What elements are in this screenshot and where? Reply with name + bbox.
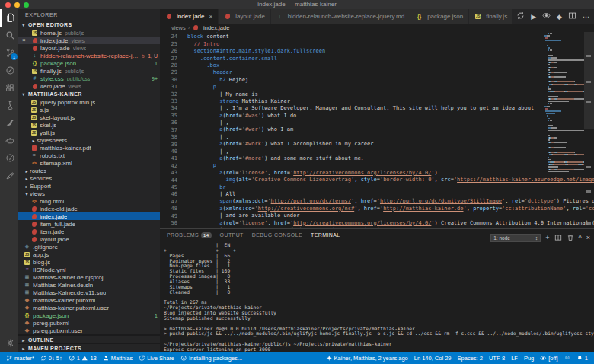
status-live-share[interactable]: Live Share	[136, 352, 177, 364]
open-editor-finally.js[interactable]: JSfinally.jspublic/js	[18, 67, 160, 75]
status-gitlens-blame[interactable]: Kainer, Matthias, 2 years ago	[323, 352, 411, 364]
open-editor-item.jade[interactable]: item.jadeviews	[18, 82, 160, 90]
status-feedback-smiley[interactable]: ☺	[561, 352, 573, 364]
status-account[interactable]: Matthias	[100, 352, 136, 364]
tab-index.jade[interactable]: index.jade×	[160, 9, 219, 24]
tree-item-stylesheets[interactable]: ▸stylesheets	[18, 136, 160, 144]
tree-item-Support[interactable]: ▸Support	[18, 182, 160, 190]
status-problems[interactable]: 113	[65, 352, 100, 364]
open-editor-index.jade[interactable]: ×index.jadeviews	[18, 37, 160, 44]
tree-item-layout.jade[interactable]: layout.jade	[18, 235, 160, 243]
tab-package.json[interactable]: {}package.json	[410, 9, 469, 24]
panel-tab-debug-console[interactable]: DEBUG CONSOLE	[252, 229, 302, 241]
tree-item-sitemap.xml[interactable]: <>sitemap.xml	[18, 159, 160, 167]
maximize-panel-icon[interactable]: ^	[579, 234, 582, 241]
terminal-output[interactable]: | EN+-----------------+-----+ Pages | 66…	[160, 241, 594, 352]
close-window-button[interactable]	[5, 2, 11, 8]
tree-item-package.json[interactable]: {}package.json1	[18, 311, 160, 319]
open-editors-header[interactable]: ▾ OPEN EDITORS	[18, 21, 160, 29]
tree-item-app.js[interactable]: JSapp.js	[18, 251, 160, 258]
close-editor-icon[interactable]: ×	[22, 37, 26, 44]
window-controls[interactable]	[5, 2, 29, 8]
sync-icon[interactable]	[516, 11, 525, 21]
status-git-branch[interactable]: master*	[3, 352, 37, 364]
activity-teapot-extension-icon[interactable]	[0, 132, 18, 149]
tree-item-matthias-kainer.pubxml.user[interactable]: ◆matthias-kainer.pubxml.user	[18, 304, 160, 311]
tree-item-Matthias-Kainer.de.v11.suo[interactable]: ≣Matthias-Kainer.de.v11.suo	[18, 289, 160, 296]
new-terminal-icon[interactable]: +	[545, 234, 549, 241]
split-editor-icon[interactable]	[568, 11, 576, 21]
tree-item-routes[interactable]: ▸routes	[18, 167, 160, 174]
activity-source-control-icon[interactable]: 1	[0, 44, 18, 62]
activity-search-icon[interactable]	[0, 27, 18, 44]
tree-item-matthias-kainer.pubxml[interactable]: ◆matthias-kainer.pubxml	[18, 296, 160, 304]
activity-compass-extension-icon[interactable]	[0, 149, 18, 167]
kill-terminal-icon[interactable]	[567, 231, 574, 244]
workspace-folder-header[interactable]: ▾ MATTHIAS-KAINER	[18, 90, 160, 98]
tree-item-services[interactable]: ▸services	[18, 174, 160, 182]
tree-item-yall.js[interactable]: JSyall.js	[18, 129, 160, 136]
tab-layout.jade[interactable]: layout.jade	[219, 9, 271, 24]
overview-ruler[interactable]	[584, 32, 594, 228]
open-editor-home.js[interactable]: JShome.jspublic/js	[18, 29, 160, 37]
status-cursor-position[interactable]: Ln 140, Col 29	[411, 352, 455, 364]
tab-finally.js[interactable]: JSfinally.js	[469, 9, 513, 24]
open-editor-hidden-relaunch-website-replace-jquery.md[interactable]: ↓hidden-relaunch-website-replace-jquery.…	[18, 52, 160, 59]
open-editor-layout.jade[interactable]: layout.jadeviews	[18, 44, 160, 52]
panel-tab-output[interactable]: OUTPUT	[220, 229, 244, 241]
section-outline[interactable]: ▸OUTLINE	[18, 335, 160, 343]
status-eol[interactable]: LF	[508, 352, 521, 364]
activity-extensions-icon[interactable]	[0, 79, 18, 97]
tree-item-IISNode.yml[interactable]: ≡IISNode.yml	[18, 266, 160, 273]
close-tab-icon[interactable]: ×	[209, 13, 212, 20]
more-actions-icon[interactable]: ⋯	[583, 13, 589, 21]
activity-settings-gear-icon[interactable]	[0, 334, 18, 352]
status-indentation[interactable]: Spaces: 2	[455, 352, 486, 364]
activity-explorer-icon[interactable]	[0, 9, 18, 27]
status-sync[interactable]: 0↓ 5↑	[37, 352, 65, 364]
panel-tab-problems[interactable]: PROBLEMS14	[167, 229, 212, 241]
tree-item-robots.txt[interactable]: ≡robots.txt	[18, 152, 160, 159]
breadcrumb-file[interactable]: index.jade	[203, 24, 229, 31]
open-editor-package.json[interactable]: {}package.json1	[18, 59, 160, 67]
minimap[interactable]	[544, 33, 584, 174]
terminal-select[interactable]: 1: node↕	[490, 234, 541, 242]
tree-item-views[interactable]: ▾views	[18, 190, 160, 197]
tab-hidden-relaunch-website-replace-jquery.md[interactable]: ↓hidden-relaunch-website-replace-jquery.…	[271, 9, 410, 24]
tree-item-skel-layout.js[interactable]: JSskel-layout.js	[18, 113, 160, 121]
code-editor[interactable]: 2324252627282930313233343536373839404142…	[160, 32, 594, 228]
status-notifications-bell[interactable]: 1	[573, 352, 591, 364]
status-language-mode[interactable]: Pug	[521, 352, 537, 364]
tree-item-Matthias-Kainer.de.sln[interactable]: ≣Matthias-Kainer.de.sln	[18, 281, 160, 289]
section-maven-projects[interactable]: ▸MAVEN PROJECTS	[18, 343, 160, 352]
panel-tab-terminal[interactable]: TERMINAL	[311, 229, 340, 241]
open-preview-icon[interactable]	[542, 11, 551, 21]
tree-item-index-old.jade[interactable]: index-old.jade	[18, 205, 160, 212]
run-icon[interactable]: ▶	[531, 13, 536, 21]
tree-item-blog.js[interactable]: JSblog.js	[18, 258, 160, 266]
tree-item-s.js[interactable]: JSs.js	[18, 106, 160, 113]
zoom-window-button[interactable]	[24, 2, 29, 8]
minimize-window-button[interactable]	[14, 2, 20, 8]
activity-debug-icon[interactable]	[0, 62, 18, 79]
tree-item-.gitignore[interactable]: ◈.gitignore	[18, 243, 160, 251]
tree-item-matthias-kainer.pdf[interactable]: matthias-kainer.pdf	[18, 144, 160, 152]
tree-item-index.jade[interactable]: index.jade	[18, 212, 160, 220]
split-terminal-icon[interactable]	[554, 231, 562, 244]
tree-item-item.jade[interactable]: item.jade	[18, 228, 160, 235]
tree-item-psreg.pubxml.user[interactable]: ◆psreg.pubxml.user	[18, 327, 160, 334]
close-panel-icon[interactable]: ×	[586, 234, 590, 241]
code-content[interactable]: span contentblock content // Intro secti…	[187, 32, 594, 228]
tree-item-item_full.jade[interactable]: item_full.jade	[18, 220, 160, 228]
beautify-icon[interactable]: ◆	[557, 13, 562, 21]
breadcrumb[interactable]: views›index.jade	[160, 24, 594, 32]
activity-draw-extension-icon[interactable]	[0, 167, 18, 184]
activity-test-beaker-icon[interactable]	[0, 97, 18, 114]
tree-item-skel.js[interactable]: JSskel.js	[18, 121, 160, 129]
tree-item-jquery.poptrox.min.js[interactable]: JSjquery.poptrox.min.js	[18, 98, 160, 106]
status-installing[interactable]: Installing packages...	[177, 352, 245, 364]
breadcrumb-folder[interactable]: views	[171, 24, 186, 31]
activity-bird-extension-icon[interactable]	[0, 114, 18, 132]
tree-item-Matthias-Kainer.de.njsproj[interactable]: ≣Matthias-Kainer.de.njsproj	[18, 273, 160, 281]
open-editor-style.css[interactable]: #style.csspublic/css9+	[18, 75, 160, 82]
